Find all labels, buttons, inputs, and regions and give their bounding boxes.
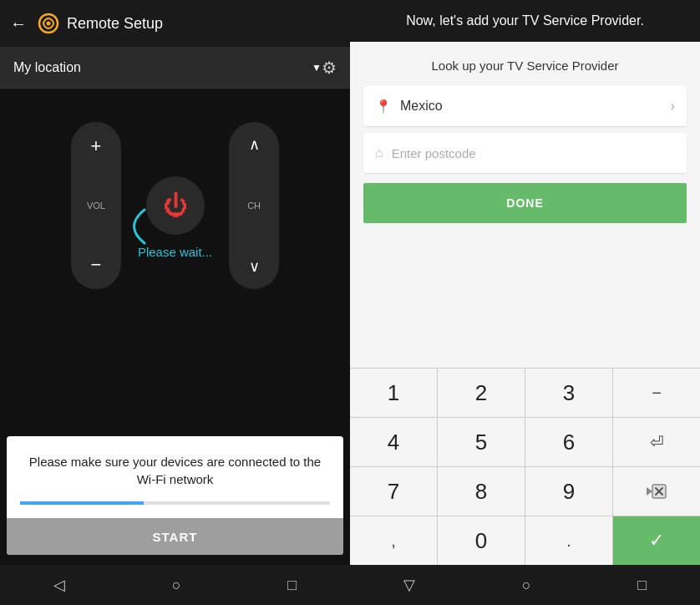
app-logo — [37, 12, 60, 35]
location-bar[interactable]: My location ▼ ⚙ — [0, 47, 350, 89]
key-2[interactable]: 2 — [438, 369, 525, 417]
country-name: Mexico — [400, 99, 671, 114]
pin-icon: 📍 — [375, 99, 392, 114]
numpad-row-4: , 0 . ✓ — [350, 516, 700, 565]
key-4[interactable]: 4 — [350, 418, 438, 466]
key-backspace[interactable] — [613, 467, 700, 516]
ch-label: CH — [247, 201, 261, 211]
lookup-title: Look up your TV Service Provider — [363, 58, 687, 73]
nav-back-icon[interactable]: ◁ — [53, 576, 65, 594]
key-1[interactable]: 1 — [350, 369, 438, 417]
done-label: DONE — [506, 196, 543, 210]
dialog-content: Please make sure your devices are connec… — [7, 436, 343, 518]
nav-recents-icon[interactable]: □ — [287, 577, 297, 594]
vol-minus-button[interactable]: − — [90, 254, 101, 276]
right-body: Look up your TV Service Provider 📍 Mexic… — [350, 42, 700, 368]
country-selector[interactable]: 📍 Mexico › — [363, 86, 687, 126]
key-7[interactable]: 7 — [350, 467, 438, 516]
dialog-message: Please make sure your devices are connec… — [29, 455, 321, 486]
left-header: ← Remote Setup — [0, 0, 350, 47]
back-button[interactable]: ← — [10, 14, 27, 33]
key-3[interactable]: 3 — [525, 369, 613, 417]
numpad-row-2: 4 5 6 ⏎ — [350, 417, 700, 466]
ch-control: ∧ CH ∨ — [229, 122, 279, 289]
key-comma[interactable]: , — [350, 516, 438, 565]
nav-home-icon[interactable]: ○ — [172, 577, 181, 594]
home-icon: ⌂ — [375, 145, 383, 160]
location-dropdown-arrow: ▼ — [312, 62, 322, 74]
numpad: 1 2 3 − 4 5 6 ⏎ 7 8 9 — [350, 368, 700, 565]
progress-bar-fill — [20, 501, 144, 505]
left-bottom-nav: ◁ ○ □ — [0, 565, 350, 605]
power-symbol-icon: ⏻ — [163, 191, 188, 220]
right-panel: Now, let's add your TV Service Provider.… — [350, 0, 700, 605]
settings-icon[interactable]: ⚙ — [322, 58, 337, 78]
key-return[interactable]: ⏎ — [613, 418, 700, 466]
numpad-row-1: 1 2 3 − — [350, 368, 700, 417]
loading-arc — [124, 206, 149, 251]
numpad-row-3: 7 8 9 — [350, 466, 700, 516]
right-header-text: Now, let's add your TV Service Provider. — [406, 13, 644, 28]
postcode-row[interactable]: ⌂ Enter postcode — [363, 133, 687, 173]
location-label: My location — [13, 60, 308, 75]
svg-marker-5 — [647, 487, 652, 496]
key-dash[interactable]: − — [613, 369, 700, 417]
app-title: Remote Setup — [67, 15, 340, 33]
power-button[interactable]: ⏻ — [146, 176, 205, 235]
right-bottom-nav: ▽ ○ □ — [350, 565, 700, 605]
postcode-placeholder: Enter postcode — [392, 146, 476, 160]
key-6[interactable]: 6 — [525, 418, 613, 466]
power-center: ⏻ Please wait... — [138, 105, 212, 259]
vol-label: VOL — [87, 201, 105, 211]
wifi-dialog: Please make sure your devices are connec… — [7, 436, 343, 555]
right-nav-recents-icon[interactable]: □ — [637, 577, 647, 594]
vol-control: + VOL − — [71, 122, 121, 289]
left-panel: ← Remote Setup My location ▼ ⚙ + VOL − ⏻… — [0, 0, 350, 605]
chevron-right-icon: › — [671, 99, 675, 114]
start-button[interactable]: START — [7, 518, 343, 555]
progress-bar-container — [20, 501, 330, 505]
key-check[interactable]: ✓ — [613, 516, 700, 565]
key-period[interactable]: . — [525, 516, 613, 565]
start-label: START — [153, 530, 198, 544]
right-nav-home-icon[interactable]: ○ — [522, 577, 531, 594]
svg-point-1 — [47, 22, 51, 26]
please-wait-text: Please wait... — [138, 245, 212, 259]
key-9[interactable]: 9 — [525, 467, 613, 516]
ch-up-button[interactable]: ∧ — [249, 135, 260, 154]
key-8[interactable]: 8 — [438, 467, 525, 516]
right-nav-back-icon[interactable]: ▽ — [403, 576, 415, 594]
ch-down-button[interactable]: ∨ — [249, 257, 260, 276]
vol-plus-button[interactable]: + — [90, 135, 101, 157]
done-button[interactable]: DONE — [363, 183, 687, 223]
key-5[interactable]: 5 — [438, 418, 525, 466]
key-0[interactable]: 0 — [438, 516, 525, 565]
right-header: Now, let's add your TV Service Provider. — [350, 0, 700, 42]
